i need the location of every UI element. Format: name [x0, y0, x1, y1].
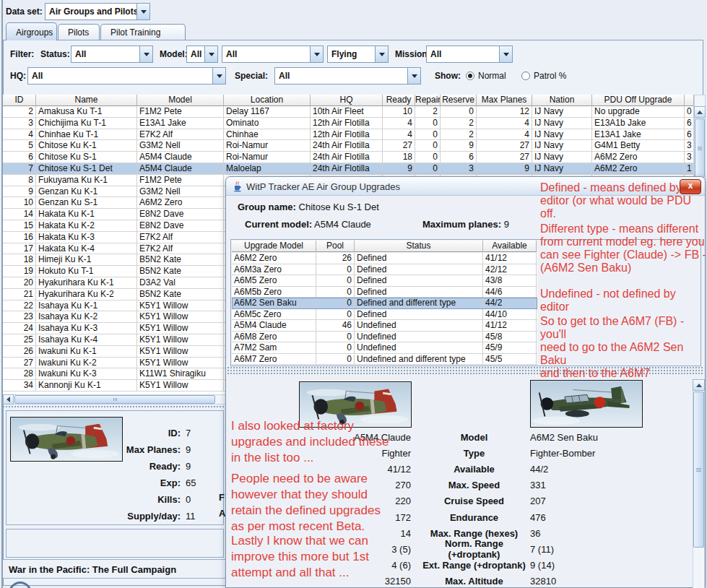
column-header[interactable]: ID	[3, 95, 36, 106]
table-row[interactable]: 3Chichijima Ku T-1E13A1 JakeOminato12th …	[3, 118, 694, 129]
column-header[interactable]: Max Planes	[477, 95, 532, 106]
table-row[interactable]: A6M8 Zero0Undefined45/8	[232, 332, 537, 343]
model2-combo-button[interactable]	[310, 46, 323, 62]
stat-label: Ext. Range (+droptank)	[418, 560, 530, 571]
close-icon[interactable]: x	[680, 179, 701, 194]
table-row[interactable]: A6M2 Zero26Defined41/12	[232, 253, 537, 264]
tab-pilot-training-pool[interactable]: Pilot Training Pool	[100, 24, 186, 40]
table-cell: 0	[316, 298, 355, 308]
column-header[interactable]: Upgrade Model	[232, 241, 316, 252]
senbaku-plane-image	[530, 380, 643, 428]
table-cell: 3	[685, 140, 694, 151]
table-cell: K5Y1 Willow	[137, 323, 224, 334]
stat-label: Cruise Speed	[418, 496, 530, 506]
tab-pilots[interactable]: Pilots	[58, 24, 100, 40]
stat-label: Available	[418, 464, 530, 475]
column-header[interactable]: Repair	[415, 95, 441, 106]
table-cell: G4M1 Betty	[592, 140, 685, 151]
stat-label: Type	[418, 448, 530, 459]
dialog-vscroll-up-button[interactable]	[693, 379, 705, 391]
table-cell: IJ Navy	[532, 118, 592, 129]
table-cell: E7K2 Alf	[137, 243, 224, 254]
table-cell: 6	[441, 152, 477, 163]
column-header[interactable]: PDU Off Upgrade	[592, 95, 685, 106]
table-row[interactable]: A7M2 Sam0Undefined45/9	[232, 342, 537, 354]
table-cell: 21	[3, 289, 36, 300]
table-cell: 4	[477, 118, 532, 129]
radio-normal[interactable]	[466, 72, 474, 80]
dialog-vscroll-thumb[interactable]	[693, 392, 704, 548]
table-vscroll-up-button[interactable]	[694, 106, 706, 118]
column-header[interactable]: Status	[355, 241, 483, 252]
model2-combo-value: All	[222, 46, 310, 62]
table-cell: Undefined	[355, 320, 483, 331]
current-model-row: Current model: A5M4 Claude	[245, 219, 371, 230]
table-cell: 25	[3, 334, 36, 345]
column-header[interactable]: Name	[36, 95, 137, 106]
thumb-grip-icon	[696, 468, 701, 472]
table-row[interactable]: A6M3a Zero0Defined42/12	[232, 264, 537, 276]
table-cell: IJ Navy	[532, 140, 592, 151]
table-row[interactable]: 5Chitose Ku K-1G3M2 NellRoi-Namur24th Ai…	[3, 140, 694, 152]
table-cell: Maloelap	[224, 163, 311, 174]
group-detail-stats: ID:7Max Planes:9Ready:9Exp:65Kills:0Supp…	[108, 428, 196, 527]
table-hscroll-thumb[interactable]	[14, 395, 215, 404]
table-row[interactable]: 6Chitose Ku S-1A5M4 ClaudeRoi-Namur24th …	[3, 152, 694, 163]
special-combo[interactable]: All	[274, 67, 421, 85]
dataset-combo-button[interactable]	[136, 4, 149, 20]
radio-patrol[interactable]	[521, 72, 530, 80]
dataset-combo[interactable]: Air Groups and Pilots	[45, 3, 150, 20]
column-header[interactable]: Pool	[316, 241, 355, 252]
column-header[interactable]: Location	[224, 95, 311, 106]
table-cell: Iwakuni Ku K-1	[36, 346, 137, 357]
table-cell: 0	[415, 140, 441, 151]
group-name-value: Chitose Ku S-1 Det	[299, 202, 379, 212]
table-row[interactable]: 2Amakusa Ku T-1F1M2 PeteDelay 116710th A…	[3, 106, 694, 118]
mission-combo-button[interactable]	[499, 46, 512, 62]
table-cell: A6M8 Zero	[232, 332, 316, 342]
table-row[interactable]: A6M5b Zero0Defined44/6	[232, 287, 537, 298]
column-header[interactable]: Nation	[532, 95, 592, 106]
model2-combo[interactable]: All	[222, 46, 324, 63]
right-plane-value: 32810	[530, 576, 646, 587]
table-row[interactable]: A5M4 Claude46Undefined41/12	[232, 320, 537, 332]
status-combo[interactable]: All	[71, 46, 153, 63]
table-cell: K11W1 Shiragiku	[137, 368, 224, 379]
table-row[interactable]: 4Chinhae Ku T-1E7K2 AlfChinhae12th Air F…	[3, 129, 694, 141]
table-cell: 9	[3, 186, 36, 197]
tab-airgroups[interactable]: Airgroups	[6, 22, 57, 40]
detail-row: Ready:9	[108, 461, 196, 472]
model-combo[interactable]: All	[186, 46, 218, 63]
table-vscroll-thumb[interactable]	[695, 118, 705, 178]
table-hscroll-left-button[interactable]	[3, 394, 14, 405]
right-plane-value: A6M2 Sen Baku	[530, 432, 646, 443]
flying-combo-button[interactable]	[375, 46, 388, 62]
table-row[interactable]: A6M2 Sen Baku0Defined and different type…	[232, 298, 537, 309]
table-row[interactable]: A6M5c Zero0Defined44/10	[232, 309, 537, 321]
special-combo-button[interactable]	[407, 68, 420, 84]
table-row[interactable]: A6M5 Zero0Defined43/8	[232, 275, 537, 287]
model-combo-button[interactable]	[204, 46, 217, 62]
column-header[interactable]: HQ	[311, 95, 383, 106]
table-cell: 0	[316, 332, 355, 342]
column-header[interactable]: Available	[483, 241, 537, 252]
hq-combo-button[interactable]	[212, 68, 225, 84]
detail-label: Ready:	[108, 461, 181, 472]
table-row[interactable]: 7Chitose Ku S-1 DetA5M4 ClaudeMaloelap24…	[3, 163, 694, 175]
hq-combo[interactable]: All	[27, 67, 226, 85]
table-cell: 16	[3, 232, 36, 243]
table-row[interactable]: A6M7 Zero0Undefined and different type45…	[232, 354, 537, 366]
clipped-label-fragment: A	[219, 508, 225, 519]
detail-row: Exp:65	[108, 477, 196, 488]
detail-label: Supply/day:	[108, 511, 181, 522]
column-header[interactable]: Reserve	[441, 95, 477, 106]
current-model-label: Current model:	[245, 219, 312, 230]
column-header[interactable]	[685, 95, 694, 106]
mission-combo[interactable]: All	[426, 46, 513, 63]
status-combo-button[interactable]	[139, 46, 152, 62]
max-planes-row: Maximum planes: 9	[422, 219, 509, 230]
column-header[interactable]: Model	[137, 95, 224, 106]
table-cell: A6M7 Zero	[232, 354, 316, 365]
column-header[interactable]: Ready	[383, 95, 415, 106]
flying-combo[interactable]: Flying	[327, 46, 389, 63]
